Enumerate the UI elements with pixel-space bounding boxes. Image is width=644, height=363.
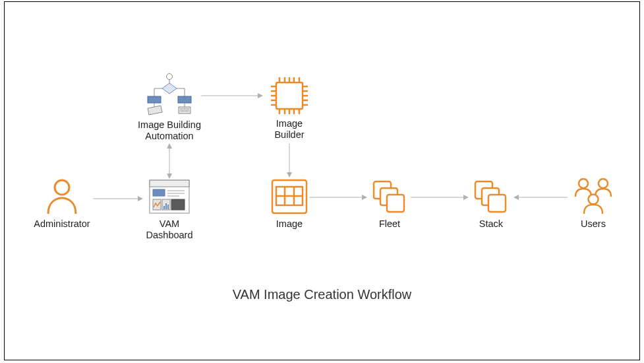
arrow-builder-to-image <box>285 143 293 179</box>
image-builder-chip-icon <box>256 76 322 116</box>
svg-rect-12 <box>171 199 185 210</box>
svg-marker-75 <box>463 195 469 200</box>
administrator-icon <box>26 178 98 216</box>
svg-rect-21 <box>178 96 191 103</box>
node-users: Users <box>564 176 623 230</box>
svg-point-0 <box>55 180 69 195</box>
node-fleet: Fleet <box>363 178 416 230</box>
svg-marker-23 <box>148 106 162 115</box>
svg-rect-9 <box>163 206 165 209</box>
node-image-building-automation: Image Building Automation <box>125 72 214 143</box>
svg-marker-67 <box>167 174 172 179</box>
svg-rect-18 <box>148 96 161 103</box>
node-vam-dashboard: VAM Dashboard <box>133 178 206 242</box>
arrow-fleet-to-stack <box>411 193 470 201</box>
svg-marker-15 <box>162 83 177 94</box>
fleet-label: Fleet <box>363 218 416 230</box>
node-administrator: Administrator <box>26 178 98 230</box>
svg-rect-56 <box>387 195 404 212</box>
stack-icon <box>465 178 517 216</box>
automation-label-2: Automation <box>125 131 214 142</box>
svg-rect-3 <box>153 189 165 196</box>
vam-dashboard-label-2: Dashboard <box>133 230 206 241</box>
arrow-admin-to-dashboard <box>93 195 146 203</box>
image-builder-label-1: Image <box>256 118 322 129</box>
arrow-automation-to-builder <box>201 92 264 100</box>
svg-rect-11 <box>167 205 169 209</box>
image-label: Image <box>263 218 316 230</box>
svg-marker-77 <box>513 195 519 200</box>
automation-label-1: Image Building <box>125 119 214 131</box>
diagram-frame: { "title": "VAM Image Creation Workflow"… <box>4 1 640 360</box>
arrow-users-to-stack <box>512 193 569 201</box>
svg-point-60 <box>579 179 588 188</box>
users-label: Users <box>564 218 623 230</box>
vam-dashboard-label-1: VAM <box>133 218 206 230</box>
svg-marker-73 <box>362 195 367 200</box>
svg-rect-59 <box>488 195 506 212</box>
node-image-builder: Image Builder <box>256 76 322 141</box>
svg-rect-28 <box>276 82 303 109</box>
svg-marker-66 <box>167 143 172 148</box>
image-grid-icon <box>263 178 316 216</box>
svg-marker-64 <box>138 196 143 201</box>
svg-rect-10 <box>165 203 167 209</box>
node-image: Image <box>263 178 316 230</box>
administrator-label: Administrator <box>26 218 98 230</box>
arrow-image-to-fleet <box>309 193 368 201</box>
arrow-dashboard-automation-bidirectional <box>165 143 173 179</box>
svg-rect-25 <box>179 107 190 114</box>
svg-point-61 <box>599 179 608 188</box>
fleet-stack-icon <box>363 178 416 216</box>
stack-label: Stack <box>465 218 517 230</box>
users-group-icon <box>564 176 623 216</box>
svg-rect-2 <box>150 180 189 187</box>
diagram-title: VAM Image Creation Workflow <box>233 287 412 302</box>
svg-point-62 <box>589 195 599 205</box>
image-builder-label-2: Builder <box>256 129 322 141</box>
node-stack: Stack <box>465 178 517 230</box>
svg-point-13 <box>167 74 173 80</box>
svg-marker-71 <box>287 172 292 178</box>
svg-marker-69 <box>258 93 263 98</box>
